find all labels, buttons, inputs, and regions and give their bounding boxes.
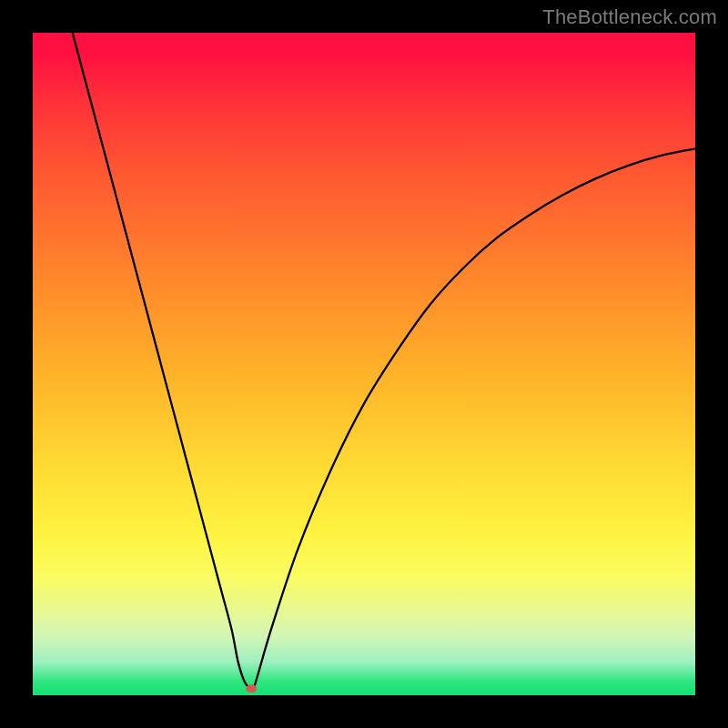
watermark-text: TheBottleneck.com (542, 5, 717, 29)
plot-area (33, 33, 695, 695)
curve-layer (33, 33, 695, 695)
optimum-marker (246, 684, 257, 693)
bottleneck-curve (73, 33, 695, 691)
chart-frame: TheBottleneck.com (0, 0, 728, 728)
